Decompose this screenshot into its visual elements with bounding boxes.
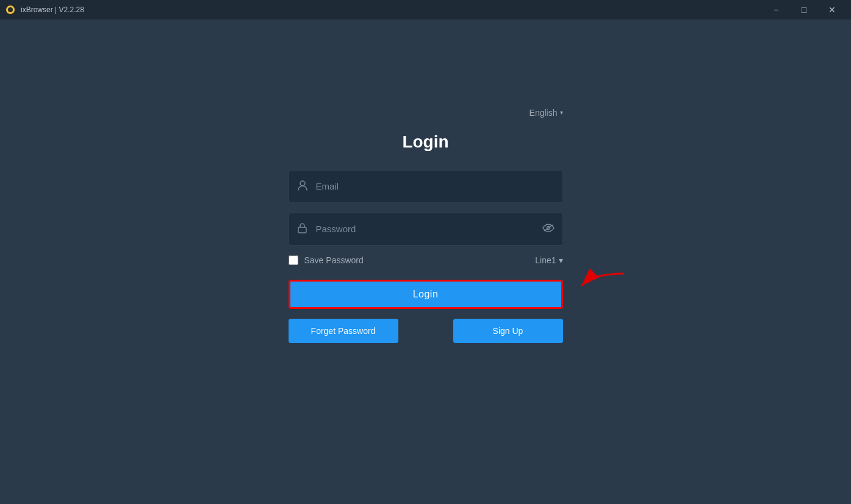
line-label: Line1 (535, 255, 556, 265)
minimize-button[interactable]: − (762, 0, 790, 20)
login-btn-wrapper: Login (289, 280, 563, 309)
app-icon (5, 4, 16, 15)
app-title: ixBrowser | V2.2.28 (21, 5, 84, 14)
email-input[interactable] (289, 170, 563, 203)
svg-point-3 (300, 181, 305, 186)
maximize-button[interactable]: □ (790, 0, 818, 20)
save-password-left: Save Password (289, 255, 364, 265)
user-icon (297, 180, 308, 193)
login-container: English ▾ Login (289, 132, 563, 343)
language-selector[interactable]: English ▾ (530, 108, 563, 118)
window-controls: − □ ✕ (762, 0, 846, 20)
bottom-buttons: Forget Password Sign Up (289, 319, 563, 343)
svg-rect-4 (298, 227, 306, 233)
save-password-checkbox[interactable] (289, 255, 298, 265)
close-button[interactable]: ✕ (818, 0, 846, 20)
svg-line-6 (544, 225, 553, 231)
title-bar-left: ixBrowser | V2.2.28 (5, 4, 84, 15)
save-password-row: Save Password Line1 ▾ (289, 255, 563, 265)
language-label: English (530, 108, 558, 118)
forget-password-button[interactable]: Forget Password (289, 319, 398, 343)
title-bar: ixBrowser | V2.2.28 − □ ✕ (0, 0, 851, 20)
main-content: English ▾ Login (0, 20, 851, 504)
line-selector[interactable]: Line1 ▾ (535, 255, 562, 265)
toggle-password-icon[interactable] (542, 224, 555, 235)
login-title: Login (289, 132, 563, 152)
line-chevron-icon: ▾ (559, 255, 563, 265)
language-chevron-icon: ▾ (560, 109, 563, 116)
login-button[interactable]: Login (289, 280, 563, 309)
lock-icon (297, 222, 307, 236)
signup-button[interactable]: Sign Up (453, 319, 563, 343)
svg-point-2 (8, 7, 13, 12)
save-password-label: Save Password (304, 255, 364, 265)
password-input[interactable] (289, 213, 563, 246)
arrow-annotation (569, 268, 630, 304)
password-input-group (289, 213, 563, 246)
email-input-group (289, 170, 563, 203)
